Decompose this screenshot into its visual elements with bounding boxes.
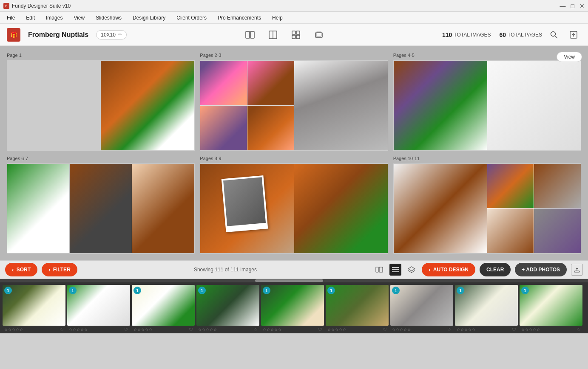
thumb-7-stars[interactable]: ☆☆☆☆☆	[392, 327, 411, 332]
thumbnail-8[interactable]: 1 ☆☆☆☆☆ ♡	[455, 285, 518, 331]
thumbnail-7[interactable]: 1 ☆☆☆☆☆ ♡	[390, 285, 453, 331]
thumb-1-stars[interactable]: ☆☆☆☆☆	[4, 327, 23, 332]
thumb-7-footer: ☆☆☆☆☆ ♡	[390, 326, 453, 333]
svg-rect-5	[296, 31, 300, 34]
strip-icon-layers[interactable]	[406, 264, 418, 276]
thumb-8-footer: ☆☆☆☆☆ ♡	[455, 326, 518, 333]
thumb-2-heart[interactable]: ♡	[124, 327, 128, 332]
thumb-6-heart[interactable]: ♡	[383, 327, 387, 332]
svg-point-10	[551, 31, 556, 36]
pages-10-11-cell-3	[487, 208, 534, 253]
thumb-7-badge: 1	[392, 287, 400, 294]
menu-help[interactable]: Help	[270, 14, 284, 22]
total-pages-label: TOTAL PAGES	[508, 32, 542, 38]
polaroid-inner	[223, 177, 266, 226]
menu-view[interactable]: View	[72, 14, 86, 22]
filter-button[interactable]: ‹ FILTER	[42, 263, 77, 276]
project-logo: 🎁	[7, 28, 20, 42]
thumb-7-heart[interactable]: ♡	[447, 327, 452, 332]
strip-icon-stars[interactable]	[373, 264, 385, 276]
pages-6-7-spread[interactable]	[7, 163, 195, 254]
app-logo: F	[6, 4, 8, 8]
clear-button[interactable]: CLEAR	[480, 263, 511, 276]
thumbnail-6[interactable]: 1 ☆☆☆☆☆ ♡	[326, 285, 389, 331]
thumbnail-3[interactable]: 1 ☆☆☆☆☆ ♡	[132, 285, 195, 331]
svg-rect-6	[292, 35, 295, 39]
grid-icon[interactable]	[288, 27, 304, 42]
pages-6-7-seg3	[132, 164, 194, 254]
svg-rect-1	[250, 31, 254, 38]
menu-images[interactable]: Images	[44, 14, 64, 22]
thumb-8-stars[interactable]: ☆☆☆☆☆	[457, 327, 475, 332]
thumb-9-heart[interactable]: ♡	[577, 327, 581, 332]
pages-2-3-left	[200, 61, 294, 150]
page-group-8-9: Pages 8-9 ↻ ↺ ⇆ ⊞ ✕	[200, 156, 388, 254]
menu-client-orders[interactable]: Client Orders	[175, 14, 208, 22]
thumb-5-stars[interactable]: ☆☆☆☆☆	[263, 327, 281, 332]
thumb-1-badge: 1	[4, 287, 12, 294]
pages-2-3-spread[interactable]	[200, 60, 388, 151]
menu-slideshows[interactable]: Slideshows	[94, 14, 123, 22]
auto-design-button[interactable]: ‹ AUTO DESIGN	[422, 263, 475, 276]
thumbnail-2[interactable]: 1 ☆☆☆☆☆ ♡	[67, 285, 130, 331]
thumb-4-stars[interactable]: ☆☆☆☆☆	[198, 327, 217, 332]
thumb-4-img	[196, 285, 259, 326]
mosaic-4	[247, 106, 294, 150]
thumb-9-stars[interactable]: ☆☆☆☆☆	[521, 327, 540, 332]
pages-4-5-spread[interactable]	[393, 60, 581, 151]
close-button[interactable]: ✕	[579, 3, 585, 9]
menu-edit[interactable]: Edit	[24, 14, 37, 22]
pages-8-9-left	[200, 164, 294, 254]
thumb-1-footer: ☆☆☆☆☆ ♡	[3, 326, 65, 333]
menu-design-library[interactable]: Design Library	[131, 14, 167, 22]
thumb-8-heart[interactable]: ♡	[512, 327, 516, 332]
menu-pro-enhancements[interactable]: Pro Enhancements	[216, 14, 263, 22]
pages-10-11-cell-1	[487, 164, 534, 208]
thumb-6-stars[interactable]: ☆☆☆☆☆	[327, 327, 346, 332]
thumb-5-footer: ☆☆☆☆☆ ♡	[261, 326, 324, 333]
thumb-6-badge: 1	[327, 287, 335, 294]
size-value: 10X10	[101, 32, 116, 38]
sort-button[interactable]: ‹ SORT	[5, 263, 37, 276]
pages-10-11-right	[487, 164, 581, 254]
thumb-3-stars[interactable]: ☆☆☆☆☆	[134, 327, 152, 332]
layout-icon[interactable]	[265, 27, 281, 42]
thumb-4-heart[interactable]: ♡	[253, 327, 258, 332]
mosaic-2	[247, 61, 294, 105]
strip-export-button[interactable]	[571, 264, 583, 276]
svg-marker-19	[408, 267, 415, 271]
strip-scrollbar[interactable]	[0, 279, 588, 282]
pages-10-11-spread[interactable]	[393, 163, 581, 254]
clear-label: CLEAR	[486, 267, 504, 273]
add-photos-button[interactable]: + ADD PHOTOS	[515, 263, 567, 276]
stack-icon[interactable]	[311, 27, 327, 42]
minimize-button[interactable]: —	[560, 3, 566, 9]
search-icon[interactable]	[546, 27, 562, 42]
view-button[interactable]: View	[557, 52, 582, 62]
spread-icon[interactable]	[242, 27, 258, 42]
maximize-button[interactable]: □	[571, 3, 574, 9]
thumbnail-5[interactable]: 1 ☆☆☆☆☆ ♡	[261, 285, 324, 331]
pages-2-3-label: Pages 2-3	[200, 53, 388, 58]
thumb-6-img	[326, 285, 389, 326]
thumbnail-9[interactable]: 1 ☆☆☆☆☆ ♡	[520, 285, 582, 331]
thumb-2-stars[interactable]: ☆☆☆☆☆	[69, 327, 88, 332]
pages-8-9-spread[interactable]: ↻ ↺ ⇆ ⊞ ✕	[200, 163, 388, 254]
page-1-right	[101, 61, 194, 150]
thumb-5-heart[interactable]: ♡	[318, 327, 322, 332]
strip-icon-grid[interactable]	[389, 264, 401, 276]
thumbnail-1[interactable]: 1 ☆☆☆☆☆ ♡	[3, 285, 65, 331]
thumb-9-footer: ☆☆☆☆☆ ♡	[520, 326, 582, 333]
project-name: Fromberg Nuptials	[28, 31, 88, 39]
export-icon[interactable]	[566, 27, 581, 42]
svg-rect-14	[376, 267, 378, 272]
thumb-1-heart[interactable]: ♡	[60, 327, 64, 332]
thumb-3-heart[interactable]: ♡	[189, 327, 193, 332]
thumbnail-4[interactable]: 1 ☆☆☆☆☆ ♡	[196, 285, 259, 331]
mosaic-3	[200, 106, 247, 150]
page-1-spread[interactable]	[7, 60, 195, 151]
pages-grid: Page 1 Pages 2-3	[7, 53, 581, 254]
size-badge[interactable]: 10X10 ✏	[96, 30, 127, 39]
menu-file[interactable]: File	[5, 14, 17, 22]
page-group-10-11: Pages 10-11	[393, 156, 581, 254]
